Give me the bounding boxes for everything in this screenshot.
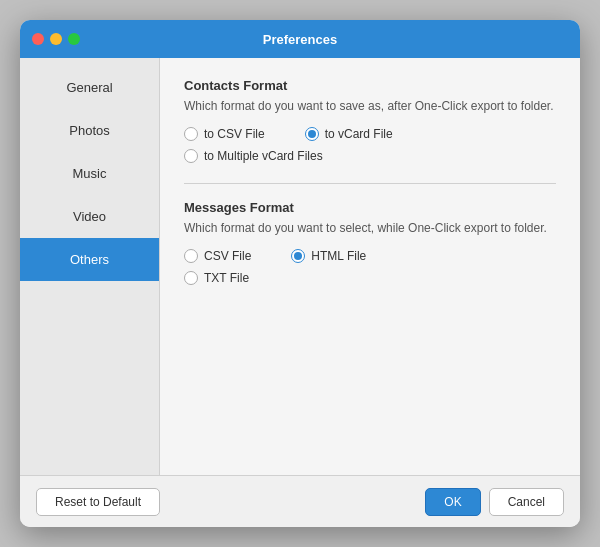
contacts-radio-group: to CSV File to vCard File to Multiple vC… — [184, 127, 556, 163]
messages-html-radio[interactable] — [291, 249, 305, 263]
messages-option-csv[interactable]: CSV File — [184, 249, 251, 263]
window-title: Preferences — [263, 32, 337, 47]
contacts-section: Contacts Format Which format do you want… — [184, 78, 556, 163]
contacts-multiple-vcard-radio[interactable] — [184, 149, 198, 163]
contacts-csv-label: to CSV File — [204, 127, 265, 141]
close-button[interactable] — [32, 33, 44, 45]
messages-csv-radio[interactable] — [184, 249, 198, 263]
messages-option-txt[interactable]: TXT File — [184, 271, 249, 285]
messages-radio-group: CSV File HTML File TXT File — [184, 249, 556, 285]
minimize-button[interactable] — [50, 33, 62, 45]
messages-option-html[interactable]: HTML File — [291, 249, 366, 263]
maximize-button[interactable] — [68, 33, 80, 45]
contacts-option-multiple-vcard[interactable]: to Multiple vCard Files — [184, 149, 323, 163]
sidebar-item-photos[interactable]: Photos — [20, 109, 159, 152]
messages-title: Messages Format — [184, 200, 556, 215]
contacts-desc: Which format do you want to save as, aft… — [184, 99, 556, 113]
messages-row-1: CSV File HTML File — [184, 249, 556, 263]
messages-txt-label: TXT File — [204, 271, 249, 285]
sidebar-item-general[interactable]: General — [20, 66, 159, 109]
main-content: Contacts Format Which format do you want… — [160, 58, 580, 475]
sidebar-item-others[interactable]: Others — [20, 238, 159, 281]
contacts-title: Contacts Format — [184, 78, 556, 93]
messages-row-2: TXT File — [184, 271, 556, 285]
titlebar: Preferences — [20, 20, 580, 58]
section-divider — [184, 183, 556, 184]
messages-desc: Which format do you want to select, whil… — [184, 221, 556, 235]
messages-html-label: HTML File — [311, 249, 366, 263]
contacts-option-csv[interactable]: to CSV File — [184, 127, 265, 141]
traffic-lights — [32, 33, 80, 45]
sidebar-item-music[interactable]: Music — [20, 152, 159, 195]
sidebar-item-video[interactable]: Video — [20, 195, 159, 238]
contacts-vcard-label: to vCard File — [325, 127, 393, 141]
cancel-button[interactable]: Cancel — [489, 488, 564, 516]
contacts-csv-radio[interactable] — [184, 127, 198, 141]
ok-button[interactable]: OK — [425, 488, 480, 516]
sidebar: General Photos Music Video Others — [20, 58, 160, 475]
contacts-multiple-vcard-label: to Multiple vCard Files — [204, 149, 323, 163]
footer: Reset to Default OK Cancel — [20, 475, 580, 527]
messages-section: Messages Format Which format do you want… — [184, 200, 556, 285]
content-area: General Photos Music Video Others Contac… — [20, 58, 580, 475]
footer-right: OK Cancel — [425, 488, 564, 516]
messages-csv-label: CSV File — [204, 249, 251, 263]
contacts-row-1: to CSV File to vCard File — [184, 127, 556, 141]
messages-txt-radio[interactable] — [184, 271, 198, 285]
reset-button[interactable]: Reset to Default — [36, 488, 160, 516]
contacts-vcard-radio[interactable] — [305, 127, 319, 141]
contacts-row-2: to Multiple vCard Files — [184, 149, 556, 163]
contacts-option-vcard[interactable]: to vCard File — [305, 127, 393, 141]
preferences-window: Preferences General Photos Music Video O… — [20, 20, 580, 527]
